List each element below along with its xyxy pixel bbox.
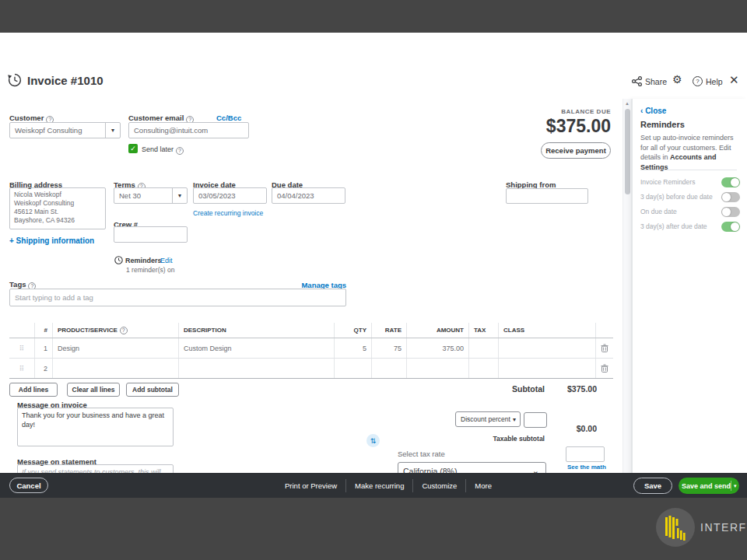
panel-close-link[interactable]: ‹ Close [640, 107, 666, 115]
add-subtotal-button[interactable]: Add subtotal [126, 383, 179, 397]
invoice-date-input[interactable] [193, 187, 267, 204]
balance-due-label: BALANCE DUE [455, 108, 611, 115]
footer: INTERFY [0, 498, 747, 560]
qty-cell[interactable] [335, 359, 372, 378]
panel-title: Reminders [640, 120, 685, 129]
top-window-bar [0, 0, 747, 33]
shipping-from-wrap [506, 187, 588, 203]
cancel-button[interactable]: Cancel [9, 478, 48, 493]
chevron-down-icon[interactable]: ⌄ [532, 466, 545, 473]
class-cell[interactable] [499, 359, 596, 378]
shipping-information-link[interactable]: + Shipping information [9, 236, 94, 245]
due-date-input[interactable] [272, 187, 345, 204]
line-items-table: # PRODUCT/SERVICE? DESCRIPTION QTY RATE … [9, 323, 613, 379]
select-tax-rate-label: Select tax rate [398, 450, 445, 458]
scrollbar-thumb[interactable] [625, 109, 630, 194]
gear-icon[interactable]: ⚙ [672, 73, 682, 86]
drag-handle-icon[interactable]: ⠿ [9, 359, 35, 378]
print-or-preview-button[interactable]: Print or Preview [285, 481, 337, 490]
description-cell[interactable] [179, 359, 335, 378]
description-cell[interactable]: Custom Design [179, 338, 335, 358]
toggle-row: Invoice Reminders [640, 177, 740, 187]
more-button[interactable]: More [475, 481, 492, 490]
rate-cell[interactable] [372, 359, 407, 378]
invoice-form: Invoice #1010 Share ⚙ ? Help ✕ Customer?… [0, 33, 747, 473]
drag-handle-icon[interactable]: ⠿ [9, 338, 35, 358]
vertical-scrollbar[interactable]: ▲ ▼ [622, 99, 632, 473]
invoice-reminders-toggle[interactable] [721, 177, 740, 187]
chevron-down-icon[interactable]: ▾ [105, 123, 120, 138]
billing-address-textarea[interactable]: Nicola Weiskopf Weiskopf Consulting 4561… [9, 187, 106, 229]
message-on-invoice-textarea[interactable]: Thank you for your business and have a g… [17, 408, 174, 446]
amount-cell[interactable]: 375.00 [407, 338, 469, 358]
customer-email-field-wrap [128, 122, 249, 138]
ccbcc-link[interactable]: Cc/Bcc [216, 114, 241, 122]
share-button[interactable]: Share [645, 77, 667, 86]
tax-amount-wrap [566, 446, 605, 461]
share-icon[interactable] [632, 76, 642, 86]
qty-cell[interactable]: 5 [335, 338, 372, 358]
close-icon[interactable]: ✕ [729, 73, 739, 87]
back-chevron-icon: ‹ [640, 107, 643, 115]
send-later-help-icon[interactable]: ? [176, 147, 184, 155]
shipping-from-input[interactable] [506, 188, 588, 204]
product-cell[interactable] [53, 359, 179, 378]
class-cell[interactable] [499, 338, 596, 358]
customize-button[interactable]: Customize [422, 481, 457, 490]
chevron-down-icon[interactable]: ▾ [172, 188, 187, 203]
before-due-date-toggle[interactable] [721, 192, 740, 202]
customer-select[interactable]: Weiskopf Consulting ▾ [9, 122, 121, 138]
table-row: ⠿ 1 Design Custom Design 5 75 375.00 [9, 338, 613, 359]
message-on-statement-textarea[interactable]: If you send statements to customers, thi… [17, 464, 174, 473]
trash-icon[interactable] [601, 364, 608, 373]
save-and-send-button[interactable]: Save and send ▾ [679, 478, 739, 494]
scroll-up-icon[interactable]: ▲ [623, 101, 631, 106]
on-due-date-toggle[interactable] [721, 207, 740, 217]
trash-icon[interactable] [601, 344, 608, 352]
toggle-row: 3 day(s) after due date [640, 221, 740, 232]
send-later-checkbox[interactable]: ✓ [128, 144, 138, 153]
col-description: DESCRIPTION [179, 323, 335, 338]
product-help-icon[interactable]: ? [120, 327, 128, 334]
see-the-math-link[interactable]: See the math [567, 464, 606, 471]
table-row: ⠿ 2 [9, 359, 613, 379]
help-button[interactable]: Help [706, 77, 723, 86]
crew-input[interactable] [114, 226, 188, 243]
make-recurring-button[interactable]: Make recurring [355, 481, 404, 490]
reminders-status: 1 reminder(s) on [126, 266, 174, 274]
col-qty: QTY [335, 323, 372, 338]
chevron-down-icon[interactable]: ▾ [513, 416, 520, 423]
swap-order-icon[interactable]: ⇅ [366, 434, 380, 447]
save-options-chevron-icon[interactable]: ▾ [731, 483, 739, 489]
product-cell[interactable]: Design [53, 338, 179, 358]
clock-icon [114, 256, 123, 264]
reminders-panel: ‹ Close Reminders Set up auto-invoice re… [632, 99, 747, 473]
tax-cell[interactable] [469, 338, 499, 358]
col-product: PRODUCT/SERVICE? [53, 323, 179, 338]
tags-input[interactable] [9, 289, 346, 306]
after-due-date-toggle[interactable] [721, 222, 740, 232]
rate-cell[interactable]: 75 [372, 338, 407, 358]
taxable-subtotal-label: Taxable subtotal [467, 435, 545, 443]
tax-amount-input[interactable] [566, 446, 605, 462]
terms-select[interactable]: Net 30 ▾ [114, 187, 188, 204]
add-lines-button[interactable]: Add lines [9, 383, 58, 397]
discount-type-select[interactable]: Discount percent ▾ [455, 411, 521, 427]
action-links: Print or Preview Make recurring Customiz… [285, 473, 492, 498]
col-amount: AMOUNT [407, 323, 469, 338]
help-icon[interactable]: ? [693, 76, 703, 86]
tax-rate-select[interactable]: California (8%) ⌄ [398, 462, 546, 473]
subtotal-value: $375.00 [519, 384, 597, 394]
amount-cell[interactable] [407, 359, 469, 378]
reminders-edit-link[interactable]: Edit [160, 257, 173, 264]
page-title: Invoice #1010 [27, 74, 103, 87]
create-recurring-invoice-link[interactable]: Create recurring invoice [193, 209, 263, 217]
save-button[interactable]: Save [633, 478, 672, 494]
row-num: 2 [35, 359, 53, 378]
clear-all-lines-button[interactable]: Clear all lines [67, 383, 120, 397]
reminders-inline-label: Reminders [125, 257, 162, 264]
tax-cell[interactable] [469, 359, 499, 378]
interfy-logo-icon [655, 507, 696, 548]
customer-email-input[interactable] [128, 122, 249, 138]
receive-payment-button[interactable]: Receive payment [541, 142, 611, 159]
